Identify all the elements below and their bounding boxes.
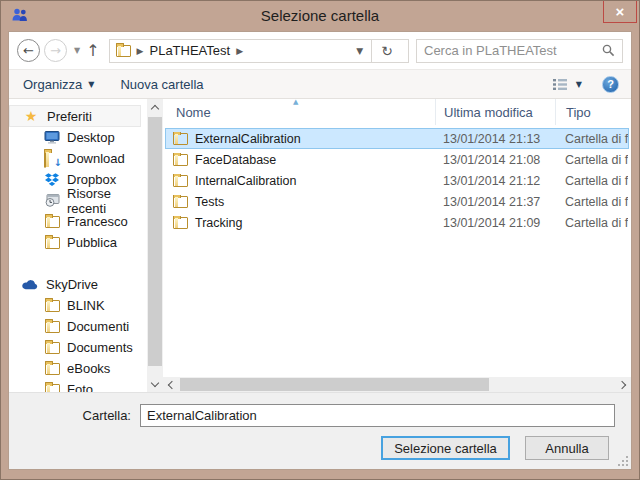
folder-icon xyxy=(44,300,60,312)
refresh-icon[interactable]: ↻ xyxy=(372,43,402,59)
file-list: ▲ Nome Ultima modifica Tipo ExternalCali… xyxy=(163,99,631,392)
folder-field-label: Cartella: xyxy=(9,408,140,423)
sidebar-item-foto[interactable]: Foto xyxy=(9,379,147,392)
scroll-right-icon[interactable] xyxy=(616,377,631,392)
file-type: Cartella di file xyxy=(557,174,628,188)
sidebar-item-label: Download xyxy=(67,151,125,166)
search-input[interactable] xyxy=(424,43,602,58)
sidebar-item-documents[interactable]: Documents xyxy=(9,337,147,358)
sidebar-section-label: SkyDrive xyxy=(46,277,98,292)
back-button[interactable]: ← xyxy=(17,39,40,62)
title-bar[interactable]: Selezione cartella × xyxy=(1,1,639,31)
search-box[interactable] xyxy=(416,39,623,63)
sidebar-item-label: Documents xyxy=(67,340,133,355)
scroll-left-icon[interactable] xyxy=(163,377,178,392)
views-dropdown-icon[interactable]: ▼ xyxy=(576,80,582,89)
sidebar-item-blink[interactable]: BLINK xyxy=(9,295,147,316)
file-row-tests[interactable]: Tests 13/01/2014 21:37 Cartella di file xyxy=(165,191,629,212)
folder-icon xyxy=(173,154,188,166)
navigation-bar: ← → ▼ ↑ ▶ PLaTHEATest ▶ ▼ ↻ xyxy=(9,32,631,69)
sidebar-item-desktop[interactable]: Desktop xyxy=(9,127,147,148)
breadcrumb[interactable]: ▶ PLaTHEATest ▶ ▼ ↻ xyxy=(109,39,409,63)
folder-icon xyxy=(44,237,60,249)
file-modified: 13/01/2014 21:12 xyxy=(437,174,557,188)
breadcrumb-folder-icon xyxy=(116,45,131,57)
breadcrumb-item-platheatest[interactable]: PLaTHEATest xyxy=(149,43,230,58)
sidebar-item-label: Desktop xyxy=(67,130,115,145)
sidebar-vertical-scrollbar[interactable] xyxy=(147,99,163,392)
sidebar-item-ebooks[interactable]: eBooks xyxy=(9,358,147,379)
sidebar-section-preferiti[interactable]: ★ Preferiti xyxy=(9,105,141,127)
desktop-icon xyxy=(44,131,60,144)
folder-icon xyxy=(44,216,60,228)
folder-name-input[interactable] xyxy=(140,404,615,427)
history-dropdown-icon[interactable]: ▼ xyxy=(74,46,80,55)
sidebar-item-label: Foto xyxy=(67,382,93,392)
star-icon: ★ xyxy=(23,108,39,124)
file-name: InternalCalibration xyxy=(195,174,296,188)
sidebar-item-label: Francesco xyxy=(67,214,128,229)
sidebar-item-download[interactable]: ↓ Download xyxy=(9,148,147,169)
file-row-externalcalibration[interactable]: ExternalCalibration 13/01/2014 21:13 Car… xyxy=(165,128,629,149)
sidebar-section-skydrive[interactable]: SkyDrive xyxy=(9,273,147,295)
forward-button[interactable]: → xyxy=(44,39,67,62)
folder-icon xyxy=(173,217,188,229)
help-icon[interactable]: ? xyxy=(602,76,619,93)
file-modified: 13/01/2014 21:13 xyxy=(437,132,557,146)
file-modified: 13/01/2014 21:37 xyxy=(437,195,557,209)
organize-button[interactable]: Organizza ▼ xyxy=(23,77,94,92)
recent-places-icon xyxy=(44,194,60,207)
folder-icon xyxy=(173,133,188,145)
resize-grip[interactable] xyxy=(618,456,628,466)
dropbox-icon xyxy=(44,173,60,186)
column-header-ultima-modifica[interactable]: Ultima modifica xyxy=(436,99,556,125)
views-icon[interactable] xyxy=(552,78,568,91)
horizontal-scrollbar-thumb[interactable] xyxy=(180,378,489,391)
dialog-client-area: ← → ▼ ↑ ▶ PLaTHEATest ▶ ▼ ↻ xyxy=(8,31,632,470)
breadcrumb-separator-icon: ▶ xyxy=(137,46,144,56)
column-header-nome[interactable]: Nome xyxy=(163,99,436,125)
horizontal-scrollbar[interactable] xyxy=(163,377,631,392)
vertical-scrollbar-thumb[interactable] xyxy=(148,117,162,366)
column-header-tipo[interactable]: Tipo xyxy=(556,99,631,125)
select-folder-button[interactable]: Selezione cartella xyxy=(381,436,510,460)
file-name: Tracking xyxy=(195,216,242,230)
folder-icon xyxy=(173,175,188,187)
chevron-down-icon: ▼ xyxy=(88,80,94,89)
browser-pane: ★ Preferiti Desktop xyxy=(9,99,631,392)
sidebar-item-francesco[interactable]: Francesco xyxy=(9,211,147,232)
folder-icon xyxy=(173,196,188,208)
folder-icon xyxy=(44,363,60,375)
sidebar-item-pubblica[interactable]: Pubblica xyxy=(9,232,147,253)
folder-icon xyxy=(44,321,60,333)
folder-picker-dialog: Selezione cartella × ← → ▼ ↑ ▶ PLaTHEATe… xyxy=(0,0,640,480)
file-name: ExternalCalibration xyxy=(195,132,301,146)
file-row-facedatabase[interactable]: FaceDatabase 13/01/2014 21:08 Cartella d… xyxy=(165,149,629,170)
close-button[interactable]: × xyxy=(603,1,637,23)
column-headers: ▲ Nome Ultima modifica Tipo xyxy=(163,99,631,125)
address-dropdown-icon[interactable]: ▼ xyxy=(348,46,371,56)
breadcrumb-separator-icon: ▶ xyxy=(236,46,243,56)
file-type: Cartella di file xyxy=(557,153,628,167)
sidebar-item-label: Pubblica xyxy=(67,235,117,250)
file-modified: 13/01/2014 21:09 xyxy=(437,216,557,230)
new-folder-button[interactable]: Nuova cartella xyxy=(120,77,203,92)
file-row-tracking[interactable]: Tracking 13/01/2014 21:09 Cartella di fi… xyxy=(165,212,629,233)
up-button[interactable]: ↑ xyxy=(86,41,99,60)
sidebar-item-label: Risorse recenti xyxy=(67,186,147,216)
cancel-button[interactable]: Annulla xyxy=(525,436,609,460)
download-folder-icon: ↓ xyxy=(44,152,60,165)
file-rows: ExternalCalibration 13/01/2014 21:13 Car… xyxy=(163,125,631,392)
sidebar-section-gap xyxy=(9,253,147,273)
file-row-internalcalibration[interactable]: InternalCalibration 13/01/2014 21:12 Car… xyxy=(165,170,629,191)
scroll-down-icon[interactable] xyxy=(147,377,163,392)
sidebar-item-label: Documenti xyxy=(67,319,129,334)
folder-icon xyxy=(44,384,60,393)
sidebar-item-risorse-recenti[interactable]: Risorse recenti xyxy=(9,190,147,211)
sidebar-item-documenti[interactable]: Documenti xyxy=(9,316,147,337)
file-type: Cartella di file xyxy=(557,132,628,146)
dialog-footer: Cartella: Selezione cartella Annulla xyxy=(9,392,631,469)
sort-ascending-icon: ▲ xyxy=(293,98,298,106)
scroll-up-icon[interactable] xyxy=(147,99,163,114)
sidebar-item-label: eBooks xyxy=(67,361,110,376)
